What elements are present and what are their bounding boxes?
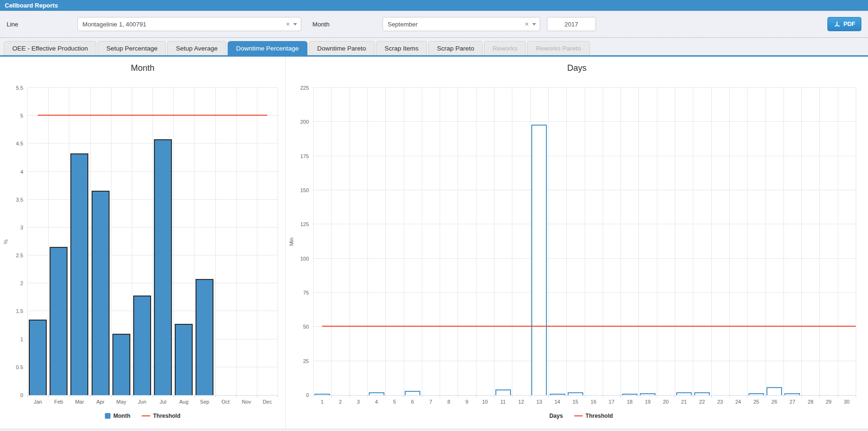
- x-tick-mark: [385, 395, 386, 397]
- tab-downtime-pareto[interactable]: Downtime Pareto: [309, 41, 375, 55]
- v-gridline: [69, 88, 69, 395]
- x-tick-mark: [194, 395, 195, 397]
- threshold-line-swatch: [142, 415, 150, 416]
- tab-reworks-pareto: Reworks Pareto: [527, 41, 589, 55]
- x-axis-label: 29: [825, 399, 831, 405]
- tab-downtime-percentage[interactable]: Downtime Percentage: [228, 41, 307, 55]
- y-tick-label: 0.5: [16, 364, 23, 370]
- pdf-icon: [834, 21, 841, 28]
- x-axis-label: 6: [411, 399, 414, 405]
- x-tick-mark: [512, 395, 512, 397]
- x-tick-mark: [783, 395, 784, 397]
- x-tick-mark: [856, 395, 856, 397]
- x-axis-label: Jul: [160, 399, 166, 405]
- bar-6: [405, 391, 420, 395]
- threshold-line: [38, 115, 267, 116]
- x-axis-label: 21: [681, 399, 687, 405]
- legend-item-threshold[interactable]: Threshold: [574, 413, 613, 419]
- x-tick-mark: [530, 395, 531, 397]
- x-tick-mark: [548, 395, 549, 397]
- v-gridline: [566, 88, 567, 395]
- month-select[interactable]: September ×: [383, 17, 540, 31]
- v-gridline: [278, 88, 278, 395]
- tab-setup-percentage[interactable]: Setup Percentage: [98, 41, 166, 55]
- y-tick-label: 0: [306, 392, 309, 398]
- x-tick-mark: [566, 395, 567, 397]
- bar-Jan: [29, 320, 47, 395]
- x-axis-label: 28: [808, 399, 813, 405]
- bar-Aug: [175, 324, 193, 396]
- bar-Mar: [70, 153, 88, 396]
- v-gridline: [367, 88, 368, 395]
- tab-reworks: Reworks: [484, 41, 526, 55]
- x-tick-mark: [693, 395, 693, 397]
- v-gridline: [27, 88, 28, 395]
- x-axis-label: 8: [447, 399, 450, 405]
- tab-setup-average[interactable]: Setup Average: [167, 41, 226, 55]
- x-axis-label: 13: [536, 399, 542, 405]
- bar-May: [112, 334, 130, 395]
- y-tick-label: 100: [300, 256, 309, 262]
- clear-line-icon[interactable]: ×: [282, 20, 293, 28]
- export-pdf-button[interactable]: PDF: [827, 17, 861, 31]
- line-select[interactable]: Montagelinie 1, 400791 ×: [77, 17, 301, 31]
- x-axis-label: 18: [627, 399, 632, 405]
- x-tick-mark: [404, 395, 404, 397]
- x-tick-mark: [711, 395, 712, 397]
- tab-scrap-items[interactable]: Scrap Items: [376, 41, 427, 55]
- chevron-down-icon[interactable]: [532, 23, 536, 25]
- bar-4: [369, 392, 384, 395]
- bar-11: [495, 389, 511, 395]
- bar-13: [531, 125, 547, 395]
- x-axis-label: 12: [518, 399, 524, 405]
- v-gridline: [548, 88, 549, 395]
- legend-label: Days: [549, 413, 563, 419]
- v-gridline: [313, 88, 314, 395]
- legend-item-days[interactable]: Days: [541, 413, 563, 419]
- tab-scrap-pareto[interactable]: Scrap Pareto: [428, 41, 483, 55]
- x-axis-label: 5: [393, 399, 396, 405]
- x-tick-mark: [132, 395, 132, 397]
- y-tick-label: 225: [300, 85, 309, 91]
- v-gridline: [838, 88, 838, 395]
- v-gridline: [422, 88, 422, 395]
- month-select-value: September: [388, 21, 522, 28]
- y-tick-label: 4: [20, 169, 23, 175]
- v-gridline: [476, 88, 477, 395]
- y-tick-label: 0: [20, 392, 23, 398]
- x-axis-label: 17: [609, 399, 614, 405]
- x-axis-label: 27: [790, 399, 795, 405]
- y-tick-label: 200: [300, 119, 309, 125]
- x-tick-mark: [367, 395, 368, 397]
- chevron-down-icon[interactable]: [293, 23, 297, 25]
- legend-item-month[interactable]: Month: [105, 413, 130, 419]
- v-gridline: [90, 88, 91, 395]
- bar-27: [784, 393, 800, 395]
- x-tick-mark: [48, 395, 49, 397]
- bar-26: [766, 387, 782, 395]
- legend-label: Threshold: [586, 413, 613, 419]
- x-axis-label: Dec: [263, 399, 272, 405]
- y-tick-label: 2: [20, 280, 23, 286]
- month-label: Month: [313, 21, 330, 28]
- bar-14: [550, 394, 565, 395]
- x-tick-mark: [69, 395, 69, 397]
- series-swatch: [105, 413, 111, 419]
- v-gridline: [766, 88, 766, 395]
- x-axis-label: 30: [844, 399, 850, 405]
- x-axis-label: 23: [717, 399, 723, 405]
- x-axis-label: 14: [554, 399, 560, 405]
- x-axis-label: Mar: [75, 399, 84, 405]
- v-gridline: [856, 88, 856, 395]
- tab-oee-effective-production[interactable]: OEE - Effective Production: [4, 41, 96, 55]
- y-tick-label: 50: [303, 324, 309, 330]
- year-input[interactable]: [547, 17, 596, 31]
- clear-month-icon[interactable]: ×: [522, 20, 532, 28]
- v-gridline: [440, 88, 440, 395]
- y-tick-label: 175: [300, 153, 309, 159]
- x-axis-label: May: [116, 399, 126, 405]
- v-gridline: [638, 88, 639, 395]
- v-gridline: [621, 88, 621, 395]
- legend-item-threshold[interactable]: Threshold: [142, 413, 180, 419]
- bar-Feb: [50, 247, 68, 395]
